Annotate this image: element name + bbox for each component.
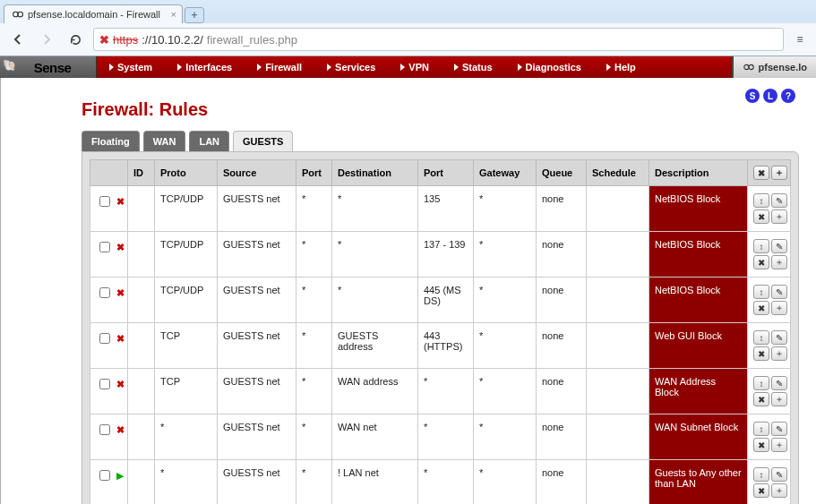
edit-rule-button[interactable]: ✎ <box>771 376 787 390</box>
menu-firewall[interactable]: Firewall <box>245 56 314 78</box>
copy-rule-button[interactable]: ＋ <box>771 483 787 498</box>
cell-sport: * <box>296 369 332 414</box>
cell-sport: * <box>296 323 332 369</box>
edit-rule-button[interactable]: ✎ <box>771 193 787 208</box>
cell-queue: none <box>537 414 587 460</box>
rule-action-icon: ✖ <box>116 196 125 208</box>
url-scheme: https <box>113 33 138 47</box>
delete-rule-button[interactable]: ✖ <box>753 392 769 406</box>
interface-tabs: FloatingWANLANGUESTS <box>82 131 799 151</box>
cell-schedule <box>587 369 649 414</box>
tab-guests[interactable]: GUESTS <box>233 131 293 151</box>
delete-rule-button[interactable]: ✖ <box>753 438 769 452</box>
cell-id <box>128 278 155 323</box>
reload-button[interactable] <box>64 29 86 50</box>
cell-dest: GUESTS address <box>332 323 418 369</box>
menu-status[interactable]: Status <box>442 56 505 78</box>
tab-wan[interactable]: WAN <box>143 131 186 151</box>
cell-id <box>128 186 155 232</box>
edit-rule-button[interactable]: ✎ <box>771 285 787 299</box>
select-row-checkbox[interactable] <box>99 196 110 207</box>
menu-diagnostics[interactable]: Diagnostics <box>505 56 594 78</box>
delete-rule-button[interactable]: ✖ <box>753 483 769 498</box>
edit-rule-button[interactable]: ✎ <box>771 330 787 345</box>
delete-selected-button[interactable]: ✖ <box>753 166 769 180</box>
cell-schedule <box>587 460 649 505</box>
cell-gateway: * <box>474 232 537 278</box>
move-rule-button[interactable]: ↕ <box>753 376 769 390</box>
menu-vpn[interactable]: VPN <box>388 56 442 78</box>
select-row-checkbox[interactable] <box>99 424 110 435</box>
menu-services[interactable]: Services <box>314 56 388 78</box>
help-icons: SL? <box>745 89 795 103</box>
cell-description: NetBIOS Block <box>649 186 748 232</box>
select-row-checkbox[interactable] <box>99 470 110 481</box>
delete-rule-button[interactable]: ✖ <box>753 209 769 224</box>
move-rule-button[interactable]: ↕ <box>753 422 769 436</box>
cell-description: NetBIOS Block <box>649 232 748 278</box>
close-icon[interactable]: × <box>171 9 176 20</box>
cell-source: GUESTS net <box>218 186 296 232</box>
edit-rule-button[interactable]: ✎ <box>771 467 787 482</box>
copy-rule-button[interactable]: ＋ <box>771 301 787 315</box>
cell-dest: ! LAN net <box>332 460 418 505</box>
delete-rule-button[interactable]: ✖ <box>753 255 769 269</box>
new-tab-button[interactable]: + <box>185 7 204 23</box>
select-row-checkbox[interactable] <box>99 287 110 298</box>
help-badge-l[interactable]: L <box>763 89 777 103</box>
select-row-checkbox[interactable] <box>99 333 110 344</box>
cell-id <box>128 460 155 505</box>
cell-queue: none <box>537 323 587 369</box>
cell-queue: none <box>537 232 587 278</box>
cell-queue: none <box>537 278 587 323</box>
copy-rule-button[interactable]: ＋ <box>771 392 787 406</box>
col-header: Destination <box>332 160 418 186</box>
help-badge-?[interactable]: ? <box>781 89 795 103</box>
col-header <box>90 160 128 186</box>
delete-rule-button[interactable]: ✖ <box>753 346 769 361</box>
select-row-checkbox[interactable] <box>99 242 110 252</box>
table-row: ✖TCP/UDPGUESTS net**445 (MS DS)*noneNetB… <box>90 278 791 323</box>
back-button[interactable] <box>7 29 29 50</box>
logo[interactable]: 🐚 Sense <box>0 56 97 78</box>
copy-rule-button[interactable]: ＋ <box>771 438 787 452</box>
cell-schedule <box>587 186 649 232</box>
select-row-checkbox[interactable] <box>99 379 110 389</box>
svg-point-3 <box>749 64 753 69</box>
browser-menu-button[interactable]: ≡ <box>791 33 809 46</box>
menu-interfaces[interactable]: Interfaces <box>165 56 245 78</box>
menu-system[interactable]: System <box>97 56 165 78</box>
menu-help[interactable]: Help <box>594 56 649 78</box>
move-rule-button[interactable]: ↕ <box>753 330 769 345</box>
edit-rule-button[interactable]: ✎ <box>771 239 787 253</box>
rules-table: IDProtoSourcePortDestinationPortGatewayQ… <box>90 159 791 504</box>
table-row: ✖TCP/UDPGUESTS net**137 - 139*noneNetBIO… <box>90 232 791 278</box>
move-rule-button[interactable]: ↕ <box>753 467 769 482</box>
copy-rule-button[interactable]: ＋ <box>771 209 787 224</box>
rule-action-icon: ✖ <box>116 333 125 345</box>
tab-floating[interactable]: Floating <box>82 131 140 151</box>
browser-tab[interactable]: pfsense.localdomain - Firewall × <box>4 4 183 23</box>
add-rule-button[interactable]: ＋ <box>771 166 787 180</box>
rules-panel: IDProtoSourcePortDestinationPortGatewayQ… <box>82 151 799 504</box>
cell-id <box>128 369 155 414</box>
cell-queue: none <box>537 460 587 505</box>
col-header: ✖＋ <box>748 160 791 186</box>
rule-action-icon: ✖ <box>116 242 125 253</box>
help-badge-s[interactable]: S <box>745 89 760 103</box>
url-bar[interactable]: ✖ https ://10.10.2.2/firewall_rules.php <box>93 28 784 51</box>
forward-button[interactable] <box>36 29 57 50</box>
move-rule-button[interactable]: ↕ <box>753 285 769 299</box>
cell-gateway: * <box>474 369 537 414</box>
move-rule-button[interactable]: ↕ <box>753 193 769 208</box>
chevron-right-icon <box>257 64 262 71</box>
cell-description: NetBIOS Block <box>649 278 748 323</box>
move-rule-button[interactable]: ↕ <box>753 239 769 253</box>
copy-rule-button[interactable]: ＋ <box>771 346 787 361</box>
hostname-badge[interactable]: pfsense.lo <box>732 56 816 78</box>
tab-lan[interactable]: LAN <box>189 131 229 151</box>
chevron-right-icon <box>109 64 114 71</box>
edit-rule-button[interactable]: ✎ <box>771 422 787 436</box>
delete-rule-button[interactable]: ✖ <box>753 301 769 315</box>
copy-rule-button[interactable]: ＋ <box>771 255 787 269</box>
